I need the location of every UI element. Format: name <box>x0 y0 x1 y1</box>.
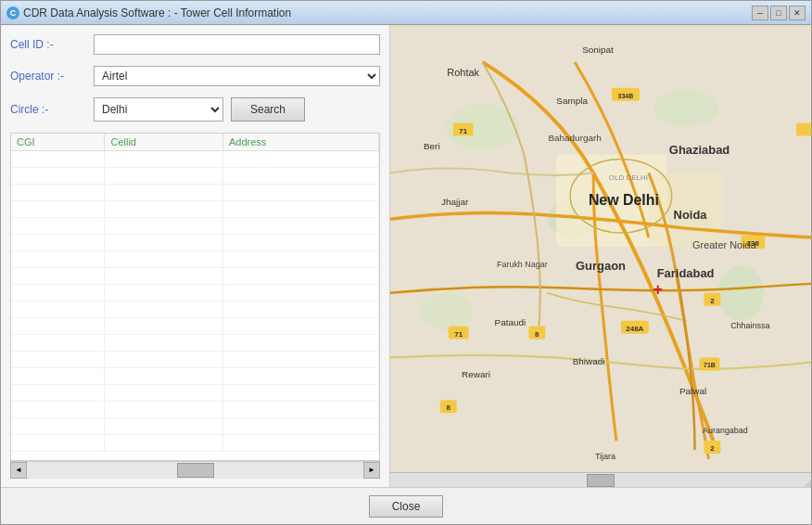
svg-text:Sampla: Sampla <box>556 96 588 106</box>
svg-text:Sonipat: Sonipat <box>582 45 614 55</box>
table-row <box>11 218 379 235</box>
scroll-thumb[interactable] <box>177 463 214 478</box>
table-row <box>11 352 379 368</box>
table-row <box>11 168 379 185</box>
table-row <box>11 368 379 385</box>
map-svg: 71 334B 236 71 8 248A 71B <box>390 25 811 487</box>
title-bar-left: C CDR Data Analysis Software : - Tower C… <box>6 6 291 19</box>
table-scrollbar[interactable]: ◄ ► <box>10 461 380 478</box>
map-scrollbar[interactable] <box>390 472 811 487</box>
scroll-track[interactable] <box>27 462 363 479</box>
table-row <box>11 201 379 218</box>
svg-text:OLD DELHI: OLD DELHI <box>609 173 648 182</box>
table-row <box>11 402 379 418</box>
table-row <box>11 385 379 402</box>
svg-rect-14 <box>796 123 811 136</box>
scroll-right-arrow[interactable]: ► <box>363 462 380 479</box>
svg-text:Tijara: Tijara <box>595 452 615 461</box>
svg-text:Farukh Nagar: Farukh Nagar <box>497 260 548 269</box>
cell-id-row: Cell ID :- <box>10 34 380 55</box>
svg-text:New Delhi: New Delhi <box>589 192 659 208</box>
svg-text:71: 71 <box>454 330 463 339</box>
svg-text:Ghaziabad: Ghaziabad <box>669 143 730 157</box>
table-row <box>11 268 379 285</box>
table-row <box>11 318 379 335</box>
svg-text:Bhiwadi: Bhiwadi <box>573 356 605 366</box>
table-container[interactable]: CGI Cellid Address <box>10 133 380 461</box>
map-scroll-track[interactable] <box>390 472 811 487</box>
table-row <box>11 435 379 452</box>
svg-text:71: 71 <box>459 127 467 135</box>
table-row <box>11 235 379 251</box>
svg-text:2: 2 <box>710 444 715 453</box>
table-row <box>11 185 379 201</box>
table-row <box>11 301 379 318</box>
cell-id-label: Cell ID :- <box>10 38 94 51</box>
svg-text:Beri: Beri <box>424 142 440 152</box>
map-scroll-thumb[interactable] <box>587 474 615 487</box>
svg-text:2: 2 <box>710 297 715 305</box>
svg-text:8: 8 <box>535 330 539 339</box>
svg-text:Palwal: Palwal <box>679 386 706 396</box>
svg-point-3 <box>653 90 718 127</box>
svg-point-4 <box>717 265 764 321</box>
map-panel: 71 334B 236 71 8 248A 71B <box>390 25 811 487</box>
svg-text:Greater Noida: Greater Noida <box>692 239 757 250</box>
svg-text:71B: 71B <box>704 362 716 368</box>
window-title: CDR Data Analysis Software : - Tower Cel… <box>23 6 291 19</box>
left-panel: Cell ID :- Operator :- Airtel Vodafone I… <box>1 25 390 487</box>
close-button[interactable]: Close <box>369 495 444 518</box>
close-window-button[interactable]: ✕ <box>789 6 806 20</box>
bottom-bar: Close <box>1 487 811 524</box>
table-row <box>11 151 379 168</box>
svg-text:8: 8 <box>447 403 451 412</box>
map-area[interactable]: 71 334B 236 71 8 248A 71B <box>390 25 811 487</box>
app-icon: C <box>6 6 19 19</box>
svg-text:Faridabad: Faridabad <box>657 266 715 280</box>
svg-text:Jhajjar: Jhajjar <box>441 197 469 207</box>
col-address: Address <box>222 134 378 151</box>
data-table: CGI Cellid Address <box>11 134 379 452</box>
resize-handle[interactable] <box>802 478 811 487</box>
svg-text:Gurgaon: Gurgaon <box>576 259 626 273</box>
col-cgi: CGI <box>11 134 105 151</box>
main-window: C CDR Data Analysis Software : - Tower C… <box>0 0 812 525</box>
circle-row: Circle :- Delhi Mumbai Kolkata Chennai B… <box>10 97 380 122</box>
col-cellid: Cellid <box>105 134 223 151</box>
minimize-button[interactable]: ─ <box>752 6 768 20</box>
svg-text:248A: 248A <box>626 325 643 333</box>
circle-label: Circle :- <box>10 103 94 116</box>
svg-line-55 <box>809 486 811 487</box>
circle-select[interactable]: Delhi Mumbai Kolkata Chennai Bangalore H… <box>94 97 223 122</box>
svg-text:Aurangabad: Aurangabad <box>703 426 748 435</box>
title-bar: C CDR Data Analysis Software : - Tower C… <box>1 1 811 25</box>
scroll-left-arrow[interactable]: ◄ <box>10 462 27 479</box>
svg-text:Chhainssa: Chhainssa <box>730 321 769 330</box>
svg-text:334B: 334B <box>618 93 634 99</box>
svg-text:Pataudi: Pataudi <box>495 317 527 327</box>
table-row <box>11 251 379 268</box>
svg-text:Noida: Noida <box>674 208 708 222</box>
search-button[interactable]: Search <box>231 97 305 122</box>
svg-text:Rohtak: Rohtak <box>447 67 479 78</box>
operator-select[interactable]: Airtel Vodafone Idea BSNL Jio Reliance <box>94 66 380 86</box>
title-controls: ─ □ ✕ <box>752 6 806 20</box>
content-area: Cell ID :- Operator :- Airtel Vodafone I… <box>1 25 811 487</box>
table-row <box>11 285 379 301</box>
table-row <box>11 335 379 352</box>
table-row <box>11 418 379 435</box>
svg-text:Rewari: Rewari <box>462 369 490 379</box>
svg-point-5 <box>418 293 474 330</box>
operator-label: Operator :- <box>10 70 94 83</box>
svg-text:Bahadurgarh: Bahadurgarh <box>548 133 601 143</box>
operator-row: Operator :- Airtel Vodafone Idea BSNL Ji… <box>10 66 380 86</box>
svg-text:+: + <box>653 280 662 299</box>
maximize-button[interactable]: □ <box>770 6 787 20</box>
cell-id-input[interactable] <box>94 34 380 55</box>
